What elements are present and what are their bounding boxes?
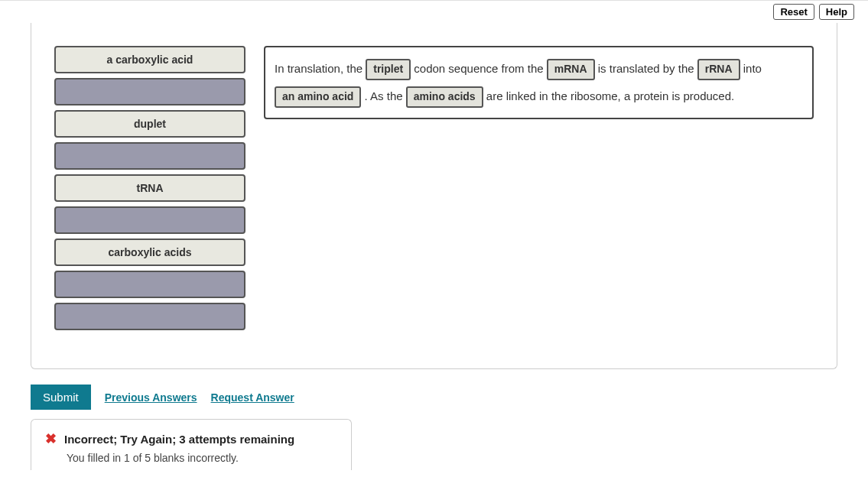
feedback-title: Incorrect; Try Again; 3 attempts remaini… (64, 433, 294, 446)
dropped-tile[interactable]: mRNA (547, 59, 595, 80)
sentence-text: . As the (365, 89, 406, 102)
palette-slot-empty[interactable] (54, 303, 245, 330)
palette-slot-empty[interactable] (54, 142, 245, 170)
sentence-target[interactable]: In translation, the triplet codon sequen… (264, 46, 814, 119)
dropped-tile[interactable]: rRNA (697, 59, 740, 80)
dropped-tile[interactable]: triplet (366, 59, 411, 80)
previous-answers-link[interactable]: Previous Answers (105, 391, 197, 404)
palette-slot-empty[interactable] (54, 78, 245, 105)
sentence-text: are linked in the ribosome, a protein is… (486, 89, 734, 102)
sentence-text: In translation, the (275, 62, 366, 75)
help-button[interactable]: Help (819, 4, 854, 20)
sentence-text: codon sequence from the (414, 62, 546, 75)
palette-tile[interactable]: a carboxylic acid (54, 46, 245, 73)
sentence-text: is translated by the (598, 62, 697, 75)
palette-slot-empty[interactable] (54, 271, 245, 298)
request-answer-link[interactable]: Request Answer (211, 391, 294, 404)
palette-slot-empty[interactable] (54, 206, 245, 234)
palette-tile[interactable]: duplet (54, 110, 245, 138)
workspace: a carboxylic acid duplet tRNA carboxylic… (31, 23, 837, 369)
palette-tile[interactable]: carboxylic acids (54, 239, 245, 266)
reset-button[interactable]: Reset (773, 4, 814, 20)
palette: a carboxylic acid duplet tRNA carboxylic… (54, 46, 245, 330)
palette-tile[interactable]: tRNA (54, 174, 245, 202)
incorrect-icon: ✖ (45, 430, 57, 447)
sentence-text: into (743, 62, 762, 75)
dropped-tile[interactable]: an amino acid (275, 86, 361, 108)
actions-row: Submit Previous Answers Request Answer (31, 385, 837, 410)
feedback-detail: You filled in 1 of 5 blanks incorrectly. (67, 452, 337, 464)
submit-button[interactable]: Submit (31, 385, 91, 410)
feedback-panel: ✖ Incorrect; Try Again; 3 attempts remai… (31, 419, 352, 470)
dropped-tile[interactable]: amino acids (406, 86, 483, 108)
